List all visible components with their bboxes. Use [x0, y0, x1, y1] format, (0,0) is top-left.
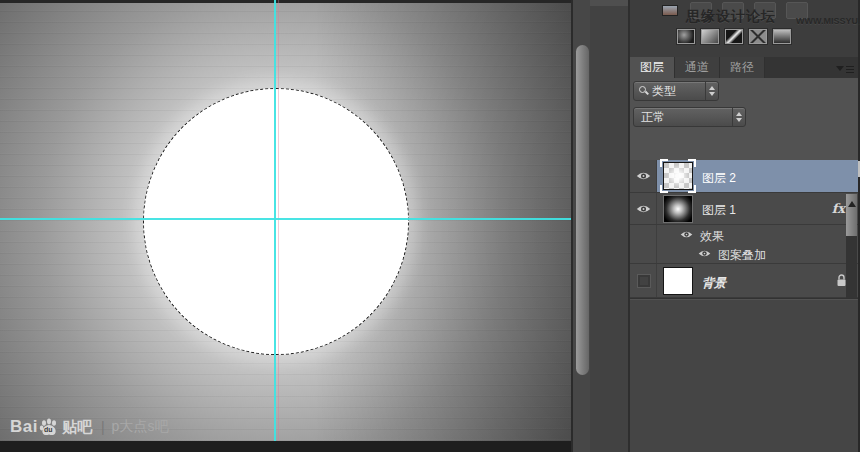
workspace-strip-highlight	[590, 0, 628, 6]
layer-name[interactable]: 背景	[702, 275, 726, 292]
gradient-preset-1[interactable]	[677, 29, 695, 44]
select-stepper	[705, 82, 718, 100]
effect-visibility-toggle[interactable]	[680, 230, 693, 239]
blend-mode-value: 正常	[641, 109, 665, 126]
select-stepper	[732, 108, 745, 126]
blend-mode-select[interactable]: 正常	[633, 107, 746, 127]
elliptical-selection-marching-ants[interactable]	[143, 88, 409, 355]
pattern-overlay-row[interactable]: 图案叠加	[630, 244, 858, 263]
gradient-preset-4[interactable]	[749, 29, 767, 44]
layer-thumbnail[interactable]	[663, 267, 693, 295]
vertical-guide-shadow	[278, 0, 279, 452]
layer-name[interactable]: 图层 2	[702, 170, 736, 187]
horizontal-guide[interactable]	[0, 218, 571, 220]
baidu-brand-suffix: du	[44, 426, 53, 433]
tab-layers[interactable]: 图层	[630, 57, 675, 78]
gradient-preset-3[interactable]	[725, 29, 743, 44]
tab-paths[interactable]: 路径	[720, 57, 765, 78]
baidu-paw-icon: du	[39, 417, 59, 437]
document-bottom-edge	[0, 441, 571, 452]
filter-type-label: 类型	[652, 83, 676, 100]
pattern-overlay-label[interactable]: 图案叠加	[718, 247, 766, 264]
photoshop-workspace: Bai du 贴吧 | p大点s吧	[0, 0, 860, 452]
layer-row-background[interactable]: 背景	[630, 263, 858, 298]
menu-bars-icon	[846, 64, 854, 73]
layers-panel: 思缘设计论坛 WWW.MISSYUAN.COM 图层 通道 路径 类型	[630, 0, 860, 452]
panel-footer	[630, 298, 858, 452]
vertical-guide[interactable]	[274, 0, 276, 452]
layer-thumbnail[interactable]	[663, 195, 693, 223]
site-watermark-url: WWW.MISSYUAN.COM	[796, 16, 860, 26]
baidu-tieba-watermark: Bai du 贴吧 | p大点s吧	[10, 414, 168, 440]
workspace-strip	[590, 0, 630, 452]
search-icon	[639, 86, 649, 96]
forum-name-label: p大点s吧	[112, 418, 169, 436]
gradient-swatch-mini-icon[interactable]	[662, 5, 678, 16]
document-canvas[interactable]: Bai du 贴吧 | p大点s吧	[0, 0, 571, 452]
layer-name[interactable]: 图层 1	[702, 202, 736, 219]
gradient-preset-2[interactable]	[701, 29, 719, 44]
tab-channels[interactable]: 通道	[675, 57, 720, 78]
document-vertical-scrollbar[interactable]	[571, 0, 590, 452]
document-scrollbar-thumb[interactable]	[576, 45, 589, 375]
watermark-separator: |	[101, 419, 105, 435]
document-top-edge	[0, 0, 571, 3]
layer-row-layer2[interactable]: 图层 2	[630, 160, 858, 193]
filter-type-select[interactable]: 类型	[633, 81, 719, 101]
panel-tabbar: 图层 通道 路径	[630, 57, 858, 78]
site-watermark-name: 思缘设计论坛	[686, 8, 776, 26]
baidu-brand-text: Bai	[10, 417, 38, 437]
visibility-toggle[interactable]	[630, 193, 656, 224]
effects-label[interactable]: 效果	[700, 228, 724, 245]
visibility-toggle[interactable]	[630, 160, 656, 192]
layers-scrollbar-thumb[interactable]	[846, 194, 857, 236]
effects-row[interactable]: 效果	[630, 225, 858, 244]
layer-controls: 类型 T 正常 不透明度: 100%	[630, 78, 858, 160]
tieba-label: 贴吧	[62, 418, 92, 437]
layer-thumbnail[interactable]	[663, 162, 693, 190]
layer-row-layer1[interactable]: 图层 1 fx	[630, 193, 858, 225]
gradient-preset-5[interactable]	[773, 29, 791, 44]
layers-list: 图层 2 图层 1 fx 效果	[630, 160, 858, 298]
fx-badge[interactable]: fx	[832, 201, 845, 216]
gradient-presets-area: 思缘设计论坛 WWW.MISSYUAN.COM	[630, 0, 858, 57]
panel-menu-icon[interactable]	[836, 64, 854, 73]
menu-triangle-icon	[836, 66, 844, 71]
visibility-toggle-off[interactable]	[637, 274, 651, 288]
effect-visibility-toggle[interactable]	[698, 249, 711, 258]
